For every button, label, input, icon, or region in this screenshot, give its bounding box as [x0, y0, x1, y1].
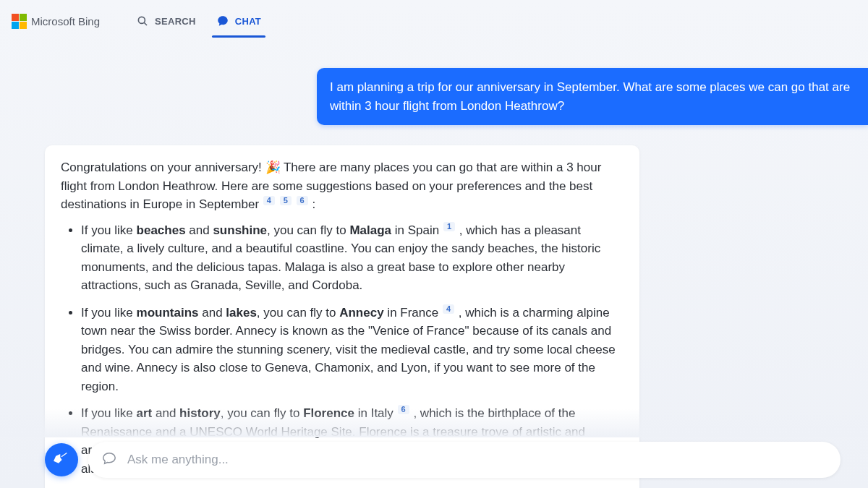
- chat-input-container[interactable]: [88, 442, 841, 478]
- user-message: I am planning a trip for our anniversary…: [317, 68, 868, 125]
- citation-badge[interactable]: 1: [443, 222, 455, 231]
- input-row: [45, 442, 841, 478]
- chat-area: I am planning a trip for our anniversary…: [0, 39, 868, 488]
- svg-line-1: [144, 22, 147, 25]
- header-tabs: SEARCH CHAT: [136, 9, 261, 33]
- list-item: If you like mountains and lakes, you can…: [81, 304, 624, 396]
- broom-icon: [54, 450, 69, 469]
- header: Microsoft Bing SEARCH CHAT: [0, 0, 868, 39]
- tab-search[interactable]: SEARCH: [136, 9, 196, 33]
- chat-input[interactable]: [127, 453, 827, 467]
- citation-badge[interactable]: 4: [443, 304, 454, 314]
- citation-badge[interactable]: 6: [398, 405, 409, 414]
- chat-bubble-icon: [101, 450, 117, 469]
- microsoft-logo-icon: [12, 14, 27, 29]
- citation-badge[interactable]: 6: [297, 196, 308, 205]
- tab-chat-label: CHAT: [235, 16, 261, 27]
- citation-badge[interactable]: 4: [263, 196, 275, 205]
- tab-chat[interactable]: CHAT: [216, 9, 261, 33]
- search-icon: [136, 14, 149, 27]
- svg-point-0: [138, 17, 145, 23]
- intro-text: Congratulations on your anniversary! 🎉 T…: [61, 160, 601, 211]
- assistant-intro: Congratulations on your anniversary! 🎉 T…: [61, 158, 624, 214]
- brand-logo[interactable]: Microsoft Bing: [12, 14, 100, 29]
- brand-text: Microsoft Bing: [31, 15, 100, 27]
- list-item: If you like beaches and sunshine, you ca…: [81, 221, 624, 295]
- tab-search-label: SEARCH: [155, 16, 196, 27]
- intro-suffix: :: [312, 197, 315, 211]
- suggestion-list: If you like beaches and sunshine, you ca…: [61, 221, 624, 479]
- chat-icon: [216, 14, 229, 27]
- citation-badge[interactable]: 5: [280, 196, 292, 205]
- assistant-message: Congratulations on your anniversary! 🎉 T…: [45, 145, 639, 488]
- new-topic-button[interactable]: [45, 443, 78, 476]
